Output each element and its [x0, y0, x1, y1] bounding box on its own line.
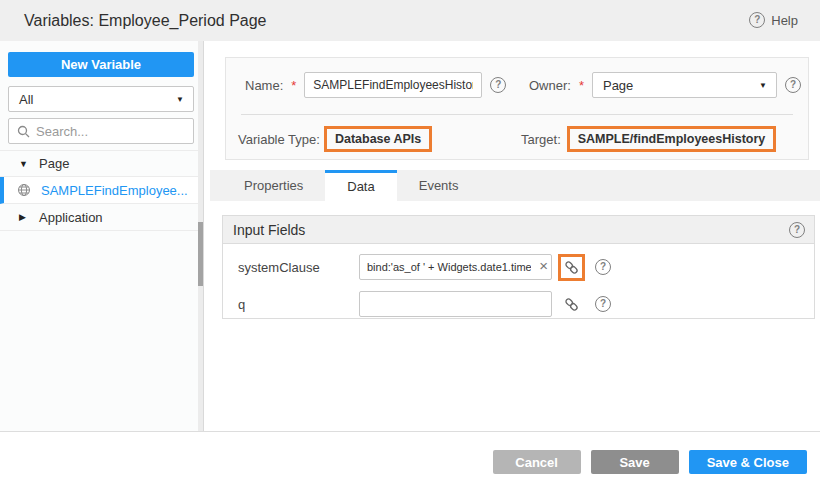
- search-icon: [17, 125, 30, 138]
- sidebar-scrollbar-track: [198, 41, 203, 431]
- systemclause-label: systemClause: [223, 260, 359, 275]
- service-variable-icon: [17, 183, 31, 197]
- variable-type-label: Variable Type:: [238, 132, 320, 147]
- help-link[interactable]: ? Help: [749, 12, 798, 28]
- help-icon: ?: [749, 12, 765, 28]
- save-and-close-button[interactable]: Save & Close: [689, 450, 807, 474]
- q-input[interactable]: [359, 291, 552, 317]
- panel-divider: [241, 114, 793, 115]
- owner-help-icon[interactable]: ?: [785, 77, 801, 93]
- variable-type-group: Variable Type: Database APIs: [238, 122, 432, 156]
- systemclause-input[interactable]: [359, 254, 552, 280]
- q-bind-button[interactable]: [558, 291, 585, 318]
- search-input[interactable]: [36, 124, 185, 139]
- new-variable-button[interactable]: New Variable: [8, 52, 194, 77]
- tab-events[interactable]: Events: [397, 170, 481, 201]
- name-input[interactable]: [304, 72, 482, 98]
- owner-label: Owner:: [529, 78, 571, 93]
- caret-right-icon: ▶: [19, 212, 29, 222]
- name-required-marker: *: [291, 78, 296, 93]
- tree-group-application[interactable]: ▶ Application: [0, 204, 198, 231]
- caret-down-icon: ▼: [19, 159, 29, 169]
- tree-item-variable-label: SAMPLEFindEmployee...: [41, 183, 188, 198]
- owner-select-value: Page: [603, 78, 633, 93]
- variable-filter-value: All: [19, 92, 33, 107]
- clear-icon[interactable]: ×: [539, 257, 548, 275]
- name-owner-row: Name: * ? Owner: * Page ▼ ?: [226, 71, 808, 99]
- dialog-header: Variables: Employee_Period Page ? Help: [0, 0, 820, 41]
- q-help-icon[interactable]: ?: [595, 296, 611, 312]
- sidebar-scrollbar-thumb[interactable]: [198, 222, 203, 286]
- cancel-button[interactable]: Cancel: [493, 450, 581, 474]
- detail-tabs: Properties Data Events: [210, 170, 820, 201]
- owner-select[interactable]: Page ▼: [592, 72, 777, 98]
- q-label: q: [223, 297, 359, 312]
- input-fields-header: Input Fields ?: [223, 216, 814, 244]
- variable-filter-select[interactable]: All ▼: [8, 86, 194, 112]
- variable-detail-panel: Name: * ? Owner: * Page ▼ ?: [205, 41, 820, 431]
- name-field-group: Name: * ?: [245, 71, 506, 99]
- target-label: Target:: [521, 132, 561, 147]
- target-value-highlighted: SAMPLE/findEmployeesHistory: [567, 126, 777, 152]
- input-field-row-systemclause: systemClause × ?: [223, 254, 814, 280]
- tree-group-application-label: Application: [39, 210, 103, 225]
- input-fields-help-icon[interactable]: ?: [789, 222, 805, 238]
- page-title: Variables: Employee_Period Page: [24, 0, 267, 41]
- input-field-row-q: q ?: [223, 291, 814, 317]
- variable-type-value-highlighted: Database APIs: [324, 126, 432, 152]
- tree-item-variable[interactable]: SAMPLEFindEmployee...: [0, 177, 198, 204]
- chevron-down-icon: ▼: [176, 95, 184, 104]
- save-button[interactable]: Save: [591, 450, 679, 474]
- systemclause-help-icon[interactable]: ?: [595, 259, 611, 275]
- type-target-row: Variable Type: Database APIs Target: SAM…: [226, 122, 808, 156]
- variables-tree: ▼ Page SAMPLEFindEmployee... ▶ Applicati…: [0, 150, 198, 231]
- systemclause-input-wrap: ×: [359, 254, 552, 280]
- target-group: Target: SAMPLE/findEmployeesHistory: [521, 122, 776, 156]
- dialog-footer: Cancel Save Save & Close: [0, 431, 820, 489]
- tree-group-page[interactable]: ▼ Page: [0, 150, 198, 177]
- tab-properties[interactable]: Properties: [222, 170, 325, 201]
- name-label: Name:: [245, 78, 283, 93]
- input-fields-title: Input Fields: [233, 222, 305, 238]
- input-fields-panel: Input Fields ? systemClause × ? q: [222, 215, 815, 319]
- footer-buttons: Cancel Save Save & Close: [493, 450, 807, 474]
- q-input-wrap: [359, 291, 552, 317]
- chevron-down-icon: ▼: [759, 81, 767, 90]
- owner-field-group: Owner: * Page ▼ ?: [529, 71, 801, 99]
- help-label: Help: [771, 13, 798, 28]
- variables-sidebar: New Variable All ▼ ▼ Page SAMPLEFindEmpl…: [0, 41, 204, 431]
- systemclause-bind-button[interactable]: [558, 254, 585, 281]
- owner-required-marker: *: [579, 78, 584, 93]
- tree-group-page-label: Page: [39, 156, 69, 171]
- variable-search[interactable]: [8, 118, 194, 144]
- variable-summary-panel: Name: * ? Owner: * Page ▼ ?: [225, 57, 809, 160]
- variables-dialog: Variables: Employee_Period Page ? Help N…: [0, 0, 820, 489]
- tab-data[interactable]: Data: [325, 170, 396, 201]
- name-help-icon[interactable]: ?: [490, 77, 506, 93]
